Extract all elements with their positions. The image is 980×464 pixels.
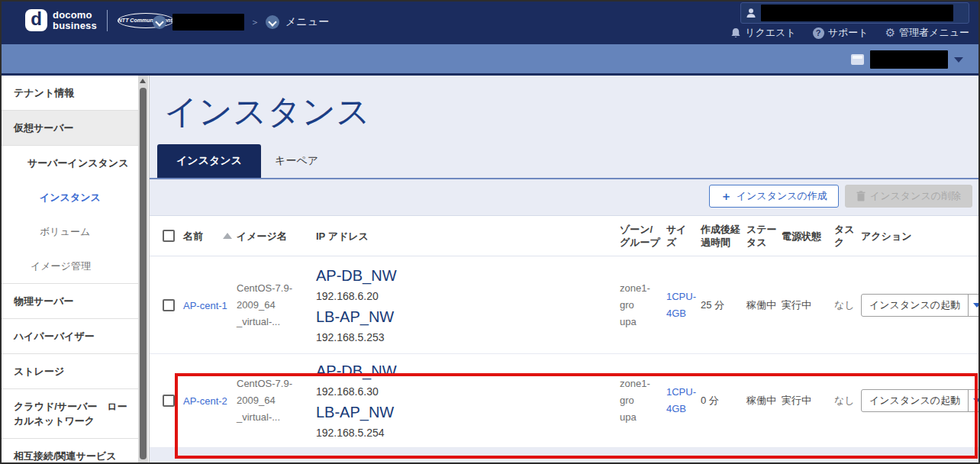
sidebar-item-image-management[interactable]: イメージ管理 <box>0 249 139 284</box>
power-state-value: 実行中 <box>782 298 834 312</box>
zone-group-line2: upa <box>620 409 662 426</box>
menu-dropdown[interactable]: メニュー <box>285 15 329 29</box>
toolbar: ＋ インスタンスの作成 インスタンスの削除 <box>150 179 980 208</box>
zone-group-line2: upa <box>620 314 662 330</box>
network-name: LB-AP_NW <box>316 307 615 327</box>
sidebar-item-interconnect[interactable]: 相互接続/関連サービス <box>0 439 139 464</box>
row-checkbox[interactable] <box>163 395 175 407</box>
caret-down-icon <box>954 57 963 63</box>
zone-group-line1: zone1-gro <box>620 280 662 314</box>
request-nav-item[interactable]: リクエスト <box>730 26 796 40</box>
sidebar-item-instance[interactable]: インスタンス <box>0 180 139 214</box>
col-header-image[interactable]: イメージ名 <box>237 230 316 243</box>
sidebar-item-volume[interactable]: ボリューム <box>0 214 139 249</box>
sidebar-item-physical-server[interactable]: 物理サーバー <box>0 284 139 319</box>
image-name-line1: CentOS-7.9-2009_64 <box>237 280 311 314</box>
workspace-selector[interactable] <box>851 50 963 69</box>
sort-ascending-icon[interactable] <box>223 233 232 239</box>
sidebar-item-hypervisor[interactable]: ハイパーバイザー <box>0 319 139 354</box>
redacted-user-name <box>761 5 953 21</box>
breadcrumb-separator: ＞ <box>250 16 260 29</box>
col-header-ip[interactable]: IP アドレス <box>316 230 620 243</box>
admin-menu-label: 管理者メニュー <box>899 26 969 40</box>
col-header-created[interactable]: 作成後経過時間 <box>701 223 746 249</box>
brand-name-line2: business <box>53 21 97 31</box>
breadcrumb: ＞ メニュー <box>153 14 329 31</box>
col-header-action[interactable]: アクション <box>861 230 978 243</box>
table-row: AP-cent-2 CentOS-7.9-2009_64 _virtual-..… <box>150 354 980 448</box>
task-value: なし <box>834 392 861 409</box>
caret-down-icon <box>973 303 980 308</box>
size-link-line1[interactable]: 1CPU- <box>666 384 696 401</box>
zone-group-line1: zone1-gro <box>620 375 662 409</box>
col-header-name[interactable]: 名前 <box>183 230 203 243</box>
instance-name-link[interactable]: AP-cent-1 <box>183 300 227 311</box>
select-all-checkbox[interactable] <box>163 230 175 242</box>
size-link-line2[interactable]: 4GB <box>666 401 696 417</box>
gear-icon: ⚙ <box>885 27 895 39</box>
create-instance-button[interactable]: ＋ インスタンスの作成 <box>709 185 839 208</box>
question-icon: ? <box>813 27 824 39</box>
chevron-down-icon[interactable] <box>266 15 279 29</box>
row-checkbox[interactable] <box>163 299 175 311</box>
sidebar-scrollbar[interactable] <box>138 76 148 464</box>
network-name: AP-DB_NW <box>316 361 615 381</box>
instance-action-split-button[interactable]: インスタンスの起動 <box>861 389 980 412</box>
action-dropdown-toggle[interactable] <box>968 295 980 316</box>
redacted-workspace-name <box>870 50 948 69</box>
delete-instance-button[interactable]: インスタンスの削除 <box>845 185 972 208</box>
redacted-tenant-name[interactable] <box>172 14 244 31</box>
brand-name: docomo business <box>53 10 97 31</box>
col-header-zone[interactable]: ゾーン/グループ <box>620 223 666 249</box>
image-name-line1: CentOS-7.9-2009_64 <box>237 375 311 409</box>
task-value: なし <box>834 297 861 314</box>
scroll-up-arrow-icon[interactable] <box>140 79 146 83</box>
tab-instance[interactable]: インスタンス <box>157 144 261 178</box>
col-header-power[interactable]: 電源状態 <box>782 230 834 243</box>
main-content: インスタンス インスタンス キーペア ＋ インスタンスの作成 インスタンスの削除… <box>150 76 980 464</box>
action-button-label[interactable]: インスタンスの起動 <box>862 295 968 316</box>
action-dropdown-toggle[interactable] <box>968 390 980 411</box>
network-name: AP-DB_NW <box>316 266 615 285</box>
sidebar-item-virtual-server[interactable]: 仮想サーバー <box>0 111 139 146</box>
top-header-bar: d docomo business NTT Communications ＞ メ… <box>0 0 980 44</box>
tab-bar: インスタンス キーペア <box>150 144 980 179</box>
page-title: インスタンス <box>150 76 980 135</box>
request-label: リクエスト <box>745 26 796 40</box>
action-button-label[interactable]: インスタンスの起動 <box>862 390 968 411</box>
top-nav: リクエスト ? サポート ⚙ 管理者メニュー <box>730 26 969 40</box>
secondary-bar <box>0 44 980 76</box>
trash-icon <box>856 191 866 201</box>
image-name-line2: _virtual-... <box>237 409 311 426</box>
col-header-task[interactable]: タスク <box>834 223 861 249</box>
ip-address: 192.168.6.30 <box>316 384 615 399</box>
chevron-down-icon[interactable] <box>153 15 166 29</box>
sidebar-item-storage[interactable]: ストレージ <box>0 354 139 389</box>
sidebar-item-local-network[interactable]: クラウド/サーバー ローカルネットワーク <box>0 389 139 439</box>
image-name-line2: _virtual-... <box>237 314 311 330</box>
size-link-line1[interactable]: 1CPU- <box>666 288 696 305</box>
person-icon <box>746 8 756 18</box>
user-account-box[interactable] <box>740 2 969 24</box>
brand-name-line1: docomo <box>53 10 97 21</box>
support-nav-item[interactable]: ? サポート <box>813 26 869 40</box>
col-header-status[interactable]: ステータス <box>746 223 782 249</box>
sidebar-list: テナント情報 仮想サーバー サーバーインスタンス インスタンス ボリューム イメ… <box>0 76 139 464</box>
ip-address: 192.168.6.20 <box>316 288 615 304</box>
created-elapsed-time: 25 分 <box>701 298 746 312</box>
docomo-logo-icon: d <box>25 9 47 31</box>
tab-keypair[interactable]: キーペア <box>261 144 332 178</box>
col-header-size[interactable]: サイズ <box>666 223 701 249</box>
instance-name-link[interactable]: AP-cent-2 <box>183 395 227 407</box>
power-state-value: 実行中 <box>782 394 834 408</box>
table-header-row: 名前 イメージ名 IP アドレス ゾーン/グループ サイズ 作成後経過時間 ステ… <box>150 216 980 256</box>
instance-action-split-button[interactable]: インスタンスの起動 <box>861 294 980 317</box>
admin-menu-nav-item[interactable]: ⚙ 管理者メニュー <box>885 26 969 40</box>
sidebar-item-server-instance[interactable]: サーバーインスタンス <box>0 146 139 180</box>
window-icon <box>851 54 864 65</box>
size-link-line2[interactable]: 4GB <box>666 305 696 322</box>
sidebar-item-tenant-info[interactable]: テナント情報 <box>0 76 139 111</box>
scrollbar-thumb[interactable] <box>140 88 147 459</box>
ip-address: 192.168.5.253 <box>316 330 615 345</box>
created-elapsed-time: 0 分 <box>701 394 746 408</box>
